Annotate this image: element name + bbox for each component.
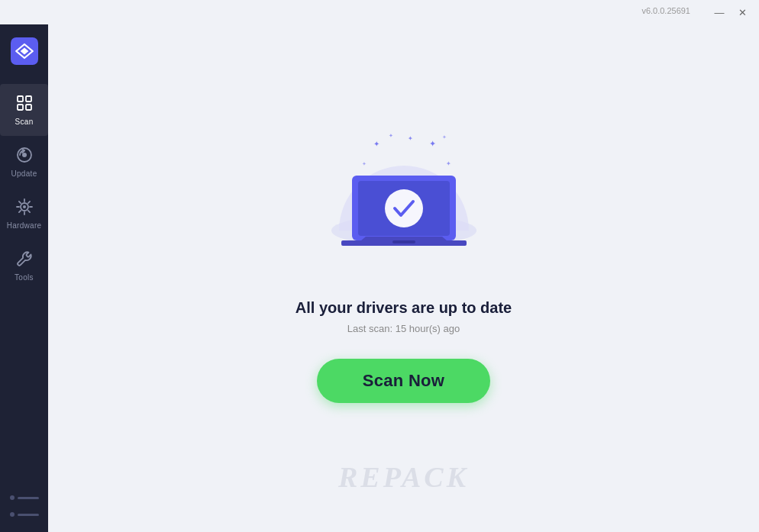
mini-dot-1 (10, 495, 15, 500)
close-button[interactable]: ✕ (732, 4, 753, 21)
window-controls: — ✕ (709, 4, 753, 21)
svg-point-8 (23, 205, 26, 208)
sidebar-item-scan-label: Scan (15, 118, 34, 126)
svg-text:✦: ✦ (429, 139, 436, 148)
hardware-icon (15, 198, 34, 218)
version-label: v6.0.0.25691 (641, 6, 690, 15)
sidebar-mini-item-2[interactable] (10, 509, 39, 520)
scan-now-button[interactable]: Scan Now (317, 359, 491, 403)
tools-icon (15, 250, 34, 270)
sidebar-bottom (10, 492, 39, 520)
svg-point-6 (22, 153, 27, 157)
mini-dot-2 (10, 512, 15, 517)
sidebar-mini-item-1[interactable] (10, 492, 39, 503)
status-sub: Last scan: 15 hour(s) ago (347, 323, 460, 334)
svg-text:✦: ✦ (362, 161, 367, 166)
sidebar-logo (0, 24, 48, 78)
app-logo-icon (11, 37, 38, 65)
svg-rect-1 (18, 96, 23, 102)
svg-text:✦: ✦ (442, 134, 447, 140)
svg-text:✦: ✦ (389, 133, 393, 138)
mini-line-1 (18, 497, 39, 499)
svg-rect-3 (18, 105, 23, 110)
svg-rect-20 (392, 240, 415, 243)
status-heading: All your drivers are up to date (296, 299, 512, 317)
sidebar-item-hardware-label: Hardware (7, 221, 42, 230)
sidebar: Scan Update Har (0, 24, 48, 532)
svg-text:✦: ✦ (408, 135, 413, 142)
svg-text:✦: ✦ (373, 140, 380, 148)
sidebar-item-update[interactable]: Update (0, 136, 48, 188)
svg-point-19 (385, 189, 423, 227)
illustration: ✦ ✦ ✦ ✦ ✦ ✦ ✦ (320, 124, 488, 276)
svg-rect-2 (26, 96, 31, 102)
sidebar-item-hardware[interactable]: Hardware (0, 188, 48, 240)
title-bar: v6.0.0.25691 — ✕ (0, 0, 759, 24)
sidebar-item-update-label: Update (11, 169, 37, 178)
scan-icon (15, 94, 34, 114)
watermark: REPACK (338, 460, 469, 494)
sidebar-item-tools[interactable]: Tools (0, 240, 48, 292)
drivers-up-to-date-illustration: ✦ ✦ ✦ ✦ ✦ ✦ ✦ (320, 124, 488, 276)
app-body: Scan Update Har (0, 24, 759, 532)
svg-rect-4 (26, 105, 31, 110)
sidebar-item-tools-label: Tools (15, 273, 34, 282)
sidebar-item-scan[interactable]: Scan (0, 84, 48, 136)
svg-text:✦: ✦ (446, 160, 451, 167)
update-icon (15, 146, 34, 166)
minimize-button[interactable]: — (709, 4, 730, 21)
main-content: ✦ ✦ ✦ ✦ ✦ ✦ ✦ All you (48, 24, 759, 532)
mini-line-2 (18, 514, 39, 516)
